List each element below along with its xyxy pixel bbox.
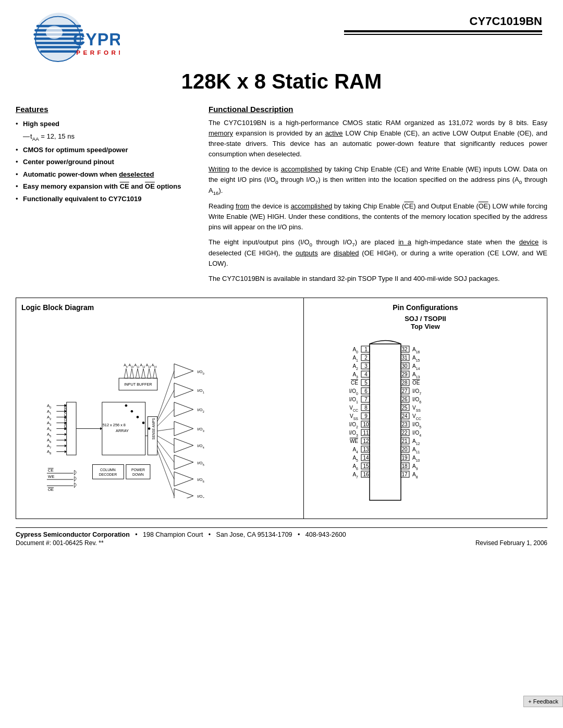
svg-text:COLUMN: COLUMN (100, 467, 116, 471)
svg-text:20: 20 (401, 447, 408, 452)
func-para-2: Writing to the device is accomplished by… (209, 164, 547, 198)
svg-text:A12: A12 (412, 438, 420, 446)
svg-rect-75 (92, 464, 124, 479)
svg-marker-97 (147, 368, 151, 378)
svg-text:25: 25 (401, 405, 408, 411)
svg-line-73 (157, 445, 174, 478)
svg-text:8: 8 (364, 405, 368, 411)
svg-text:I/O1: I/O1 (349, 397, 358, 404)
svg-text:POWER: POWER (131, 467, 145, 471)
revised-date: Revised February 1, 2006 (475, 539, 547, 547)
svg-text:A14: A14 (152, 363, 157, 368)
svg-text:OE: OE (48, 487, 54, 492)
pin-config-title: Pin Configurations (312, 303, 538, 312)
svg-text:A11: A11 (412, 447, 420, 454)
svg-text:1: 1 (364, 347, 368, 352)
svg-text:PERFORM: PERFORM (76, 49, 120, 56)
header-lines (130, 30, 542, 35)
header-line-thick (344, 30, 542, 32)
svg-marker-52 (174, 383, 193, 398)
svg-text:26: 26 (401, 397, 408, 402)
func-para-5: The CY7C1019BN is available in standard … (209, 274, 547, 284)
svg-text:A8: A8 (412, 472, 418, 479)
func-para-4: The eight input/output pins (I/O0 throug… (209, 237, 547, 269)
svg-text:19: 19 (401, 455, 408, 461)
svg-text:A2: A2 (47, 415, 51, 421)
svg-text:SENSE AMPS: SENSE AMPS (152, 418, 155, 440)
svg-point-101 (137, 416, 139, 418)
header-line-thin (344, 34, 542, 35)
svg-text:I/O5: I/O5 (412, 422, 421, 429)
feature-pinout: Center power/ground pinout (16, 156, 193, 168)
feedback-tab[interactable]: + Feedback (523, 696, 563, 707)
svg-text:A4: A4 (47, 426, 51, 432)
svg-text:7: 7 (364, 397, 368, 402)
svg-text:A13: A13 (412, 372, 420, 379)
svg-text:A1: A1 (352, 355, 358, 362)
svg-text:I/O2: I/O2 (197, 408, 204, 413)
logic-block-title: Logic Block Diagram (21, 303, 298, 312)
svg-text:I/O1: I/O1 (197, 388, 204, 394)
svg-text:9: 9 (364, 413, 368, 419)
svg-text:A7: A7 (47, 443, 51, 449)
svg-text:512 x 256 x 8: 512 x 256 x 8 (103, 422, 126, 427)
svg-text:31: 31 (401, 355, 408, 361)
svg-text:A10: A10 (129, 363, 134, 368)
svg-text:A5: A5 (47, 432, 51, 438)
svg-text:30: 30 (401, 363, 408, 369)
logic-diagram-svg: A0 A1 A2 A3 A4 A5 A6 A7 A8 (21, 316, 298, 498)
footer: Cypress Semiconductor Corporation • 198 … (16, 527, 547, 547)
content-area: Features High speed tAA = 12, 15 ns CMOS… (0, 95, 563, 288)
func-para-1: The CY7C1019BN is a high-performance CMO… (209, 118, 547, 160)
svg-text:28: 28 (401, 380, 408, 386)
svg-text:13: 13 (363, 447, 369, 452)
svg-rect-78 (126, 464, 150, 479)
svg-text:4: 4 (364, 372, 368, 377)
svg-text:I/O5: I/O5 (197, 460, 204, 466)
svg-text:27: 27 (401, 388, 408, 394)
svg-text:CE: CE (48, 468, 54, 473)
pin-view: Top View (312, 323, 538, 330)
document-number: Document #: 001-06425 Rev. ** (16, 539, 104, 547)
svg-text:I/O0: I/O0 (349, 388, 358, 396)
func-para-3: Reading from the device is accomplished … (209, 201, 547, 232)
features-list: High speed tAA = 12, 15 ns CMOS for opti… (16, 118, 193, 205)
svg-marker-38 (65, 450, 67, 453)
svg-text:6: 6 (364, 388, 368, 394)
svg-text:A5: A5 (352, 455, 358, 462)
svg-text:DOWN: DOWN (132, 472, 144, 476)
svg-text:A8: A8 (47, 449, 51, 455)
svg-line-70 (157, 428, 174, 431)
svg-text:I/O4: I/O4 (197, 443, 204, 449)
pin-diagram-svg: A0 1 A1 2 A2 3 A3 4 CE 5 I/O0 6 I/O1 (312, 335, 458, 512)
svg-text:VSS: VSS (412, 405, 421, 412)
svg-text:OE: OE (412, 380, 420, 386)
svg-text:22: 22 (401, 430, 408, 436)
svg-text:A1: A1 (47, 409, 51, 415)
svg-marker-93 (124, 368, 128, 378)
svg-text:18: 18 (401, 463, 408, 469)
feature-speed-value: tAA = 12, 15 ns (16, 130, 193, 144)
svg-text:WE: WE (350, 438, 358, 444)
svg-text:A2: A2 (352, 363, 358, 371)
svg-marker-54 (174, 421, 193, 436)
svg-text:A4: A4 (352, 447, 358, 454)
svg-text:CE: CE (351, 380, 358, 386)
header: CYPRESS PERFORM CY7C1019BN (0, 0, 563, 67)
svg-text:2: 2 (364, 355, 368, 361)
footer-details: Document #: 001-06425 Rev. ** Revised Fe… (16, 539, 547, 547)
main-title: 128K x 8 Static RAM (0, 70, 563, 93)
svg-text:A11: A11 (134, 363, 140, 368)
logo-area: CYPRESS PERFORM (16, 9, 130, 67)
svg-text:A14: A14 (412, 363, 420, 371)
svg-point-102 (142, 422, 145, 424)
svg-point-9 (46, 26, 63, 39)
svg-text:A0: A0 (47, 403, 51, 409)
pin-configurations: Pin Configurations SOJ / TSOPII Top View… (304, 298, 547, 519)
svg-text:A16: A16 (412, 347, 420, 354)
svg-text:I/O7: I/O7 (197, 494, 204, 498)
svg-point-103 (148, 427, 151, 430)
svg-marker-32 (65, 433, 67, 436)
svg-point-99 (125, 404, 128, 407)
feature-cmos: CMOS for optimum speed/power (16, 144, 193, 156)
